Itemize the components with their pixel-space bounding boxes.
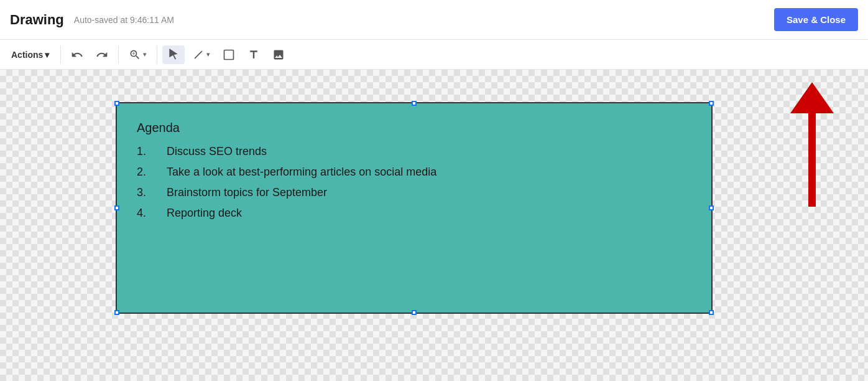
app-title: Drawing [10,12,64,28]
handle-top-middle[interactable] [412,101,417,106]
undo-icon [71,49,83,61]
handle-top-left[interactable] [114,101,119,106]
undo-button[interactable] [66,45,88,64]
handle-left-middle[interactable] [114,205,119,210]
drawing-textbox[interactable]: Agenda 1. Discuss SEO trends 2. Take a l… [116,102,713,314]
list-num: 3. [137,186,152,199]
save-close-button[interactable]: Save & Close [774,8,858,31]
zoom-icon [129,49,141,61]
toolbar: Actions ▾ [0,40,868,70]
separator-3 [157,46,157,64]
handle-right-middle[interactable] [709,205,714,210]
list-item: 1. Discuss SEO trends [137,145,691,158]
red-arrow-annotation [775,76,849,213]
shape-tool-button[interactable] [218,45,240,64]
handle-bottom-middle[interactable] [412,310,417,315]
list-item: 4. Reporting deck [137,207,691,220]
handle-bottom-right[interactable] [709,310,714,315]
redo-icon [96,49,108,61]
handle-top-right[interactable] [709,101,714,106]
text-icon [247,49,260,61]
canvas-area[interactable]: Agenda 1. Discuss SEO trends 2. Take a l… [0,70,868,381]
actions-dropdown-icon: ▾ [45,50,49,60]
line-tool-button[interactable] [187,45,215,64]
image-icon [272,49,285,61]
list-text: Take a look at best-performing articles … [167,166,436,179]
image-tool-button[interactable] [267,45,290,64]
list-text: Reporting deck [167,207,242,220]
actions-label: Actions [11,50,43,60]
list-item: 3. Brainstorm topics for September [137,186,691,199]
list-num: 2. [137,166,152,179]
text-tool-button[interactable] [242,45,265,64]
textbox-title: Agenda [137,121,691,135]
select-icon [167,49,180,61]
separator-1 [60,46,61,64]
list-item: 2. Take a look at best-performing articl… [137,166,691,179]
select-tool-button[interactable] [162,45,185,64]
shape-icon [223,49,235,61]
list-num: 1. [137,145,152,158]
zoom-button[interactable] [124,45,152,64]
separator-2 [118,46,119,64]
app-header: Drawing Auto-saved at 9:46:11 AM Save & … [0,0,868,40]
list-text: Brainstorm topics for September [167,186,327,199]
list-text: Discuss SEO trends [167,145,267,158]
textbox-list: 1. Discuss SEO trends 2. Take a look at … [137,145,691,220]
redo-button[interactable] [91,45,113,64]
actions-menu-button[interactable]: Actions ▾ [5,47,55,63]
svg-rect-1 [224,50,234,59]
handle-bottom-left[interactable] [114,310,119,315]
list-num: 4. [137,207,152,220]
header-left: Drawing Auto-saved at 9:46:11 AM [10,12,174,28]
autosave-status: Auto-saved at 9:46:11 AM [74,15,174,25]
line-icon [192,49,205,61]
svg-marker-3 [790,82,834,113]
